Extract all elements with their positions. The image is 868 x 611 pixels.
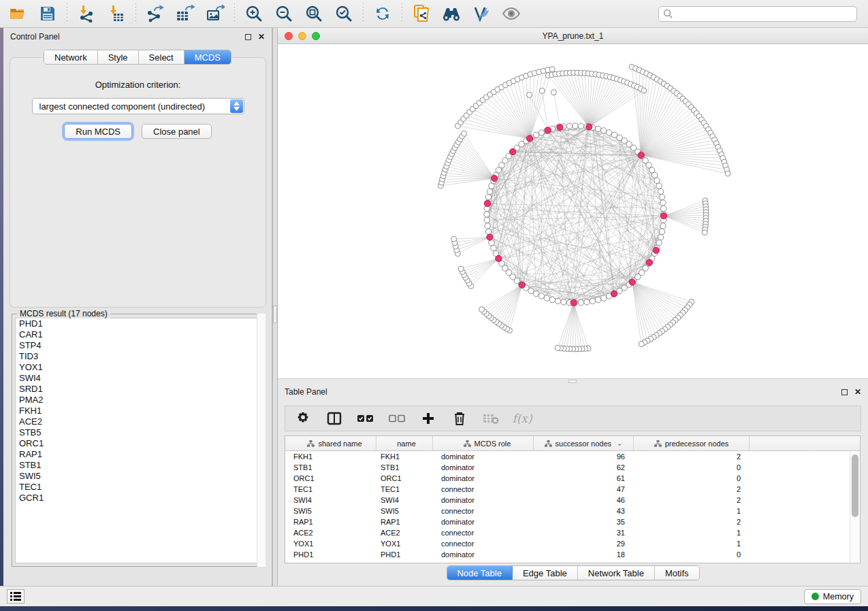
status-bar: Memory <box>0 586 868 606</box>
deselect-all-rows-icon[interactable] <box>389 410 405 427</box>
export-table-icon[interactable] <box>176 4 195 23</box>
table-row[interactable]: PHD1PHD1dominator180 <box>285 549 860 560</box>
select-all-rows-icon[interactable] <box>357 410 374 427</box>
eye-icon[interactable] <box>502 4 521 23</box>
node-table-header: shared name name MCDS role successor nod… <box>285 436 860 451</box>
window-close-icon[interactable] <box>285 32 293 40</box>
export-network-icon[interactable] <box>146 4 165 23</box>
network-view-title: YPA_prune.txt_1 <box>543 31 604 41</box>
table-cell: 18 <box>534 550 634 559</box>
delete-column-icon[interactable] <box>451 410 468 427</box>
tab-network-table[interactable]: Network Table <box>578 566 655 580</box>
list-item[interactable]: PMA2 <box>16 395 261 406</box>
table-cell: connector <box>433 507 534 515</box>
table-cell: 2 <box>634 496 750 504</box>
zoom-selected-icon[interactable] <box>334 4 353 23</box>
column-header-name[interactable]: name <box>376 436 433 450</box>
table-cell: TEC1 <box>285 485 376 493</box>
list-item[interactable]: ACE2 <box>16 416 261 427</box>
tab-node-table[interactable]: Node Table <box>447 566 513 580</box>
list-item[interactable]: YOX1 <box>16 362 261 373</box>
zoom-in-icon[interactable] <box>244 4 263 23</box>
optimization-criterion-value: largest connected component (undirected) <box>39 101 206 112</box>
table-row[interactable]: SWI4SWI4dominator462 <box>285 495 860 506</box>
table-cell: PHD1 <box>376 550 433 559</box>
function-builder-icon[interactable]: f(x) <box>514 410 530 427</box>
export-image-icon[interactable] <box>206 4 225 23</box>
splitter-grip[interactable] <box>273 306 277 323</box>
mcds-list-scrollbar[interactable] <box>257 314 266 567</box>
table-cell: YOX1 <box>376 540 433 548</box>
window-minimize-icon[interactable] <box>298 32 306 40</box>
table-scrollbar-thumb[interactable] <box>852 455 858 517</box>
list-item[interactable]: FKH1 <box>16 406 261 416</box>
list-item[interactable]: SWI5 <box>16 471 261 482</box>
delete-table-icon[interactable] <box>483 410 499 427</box>
window-maximize-icon[interactable] <box>312 32 320 40</box>
table-row[interactable]: TEC1TEC1connector472 <box>285 484 860 495</box>
column-header-successor-nodes[interactable]: successor nodes ⌄ <box>534 436 634 450</box>
table-settings-gear-icon[interactable] <box>295 410 311 427</box>
import-table-icon[interactable] <box>107 4 126 23</box>
table-cell: ACE2 <box>376 529 433 537</box>
tab-motifs[interactable]: Motifs <box>655 566 699 580</box>
list-item[interactable]: PHD1 <box>16 318 261 329</box>
network-canvas[interactable] <box>278 44 868 378</box>
column-header-shared-name[interactable]: shared name <box>285 436 376 450</box>
close-panel-icon[interactable]: ✕ <box>258 33 265 41</box>
list-item[interactable]: SRD1 <box>16 384 261 395</box>
tab-network[interactable]: Network <box>44 50 98 64</box>
list-item[interactable]: RAP1 <box>16 449 261 460</box>
open-file-icon[interactable] <box>8 4 27 23</box>
table-row[interactable]: FKH1FKH1dominator962 <box>285 451 860 462</box>
list-item[interactable]: STB5 <box>16 427 261 438</box>
tab-mcds[interactable]: MCDS <box>184 50 231 64</box>
task-list-icon <box>10 592 21 601</box>
mcds-result-list[interactable]: PHD1CAR1STP4TID3YOX1SWI4SRD1PMA2FKH1ACE2… <box>15 318 262 563</box>
run-mcds-button[interactable]: Run MCDS <box>64 124 132 139</box>
tab-edge-table[interactable]: Edge Table <box>513 566 578 580</box>
close-panel-button[interactable]: Close panel <box>142 124 212 139</box>
tab-select[interactable]: Select <box>139 50 184 64</box>
add-column-icon[interactable] <box>420 410 436 427</box>
task-history-button[interactable] <box>7 589 25 604</box>
table-row[interactable]: RAP1RAP1dominator352 <box>285 516 860 527</box>
list-item[interactable]: TID3 <box>16 351 261 362</box>
search-objects-icon[interactable] <box>442 4 461 23</box>
table-row[interactable]: STB1STB1dominator620 <box>285 462 860 473</box>
tab-style[interactable]: Style <box>98 50 139 64</box>
table-scrollbar[interactable] <box>850 452 860 562</box>
table-row[interactable]: ACE2ACE2connector311 <box>285 527 860 538</box>
import-network-icon[interactable] <box>77 4 96 23</box>
vertical-splitter[interactable] <box>272 28 278 586</box>
list-item[interactable]: SWI4 <box>16 373 261 384</box>
table-row[interactable]: SWI5SWI5connector431 <box>285 506 860 516</box>
table-row[interactable]: ORC1ORC1dominator610 <box>285 473 860 484</box>
table-cell: 29 <box>534 540 634 548</box>
list-item[interactable]: STB1 <box>16 460 261 471</box>
list-item[interactable]: ORC1 <box>16 438 261 449</box>
toggle-graphics-details-icon[interactable] <box>472 4 491 23</box>
share-session-icon[interactable] <box>412 4 431 23</box>
list-item[interactable]: GCR1 <box>16 493 261 503</box>
table-row[interactable]: YOX1YOX1connector291 <box>285 538 860 549</box>
column-layout-icon[interactable] <box>326 410 342 427</box>
column-header-predecessor-nodes[interactable]: predecessor nodes <box>634 436 750 450</box>
save-session-icon[interactable] <box>38 4 57 23</box>
float-panel-icon[interactable] <box>841 389 848 395</box>
table-cell: YOX1 <box>285 540 376 548</box>
refresh-icon[interactable] <box>373 4 392 23</box>
column-header-mcds-role[interactable]: MCDS role <box>433 436 534 450</box>
float-panel-icon[interactable] <box>245 34 251 40</box>
table-cell: 35 <box>534 518 634 526</box>
memory-button[interactable]: Memory <box>804 589 861 604</box>
list-item[interactable]: CAR1 <box>16 329 261 340</box>
close-panel-icon[interactable]: ✕ <box>854 388 861 396</box>
optimization-criterion-select[interactable]: largest connected component (undirected) <box>32 98 244 114</box>
zoom-out-icon[interactable] <box>274 4 293 23</box>
list-item[interactable]: TEC1 <box>16 482 261 493</box>
column-header-filler <box>750 436 860 450</box>
zoom-fit-icon[interactable] <box>304 4 323 23</box>
search-input[interactable] <box>658 6 857 22</box>
list-item[interactable]: STP4 <box>16 340 261 351</box>
